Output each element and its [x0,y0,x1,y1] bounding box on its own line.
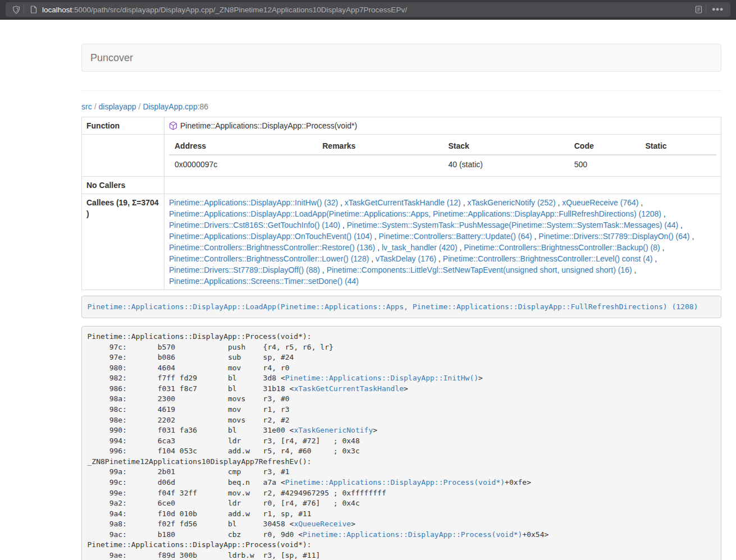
stats-value-remarks [317,155,442,173]
stats-value-address: 0x0000097c [169,155,317,173]
shield-icon[interactable] [10,3,22,16]
callee-link[interactable]: Pinetime::Controllers::BrightnessControl… [169,243,375,252]
callee-link[interactable]: Pinetime::Applications::DisplayApp::Load… [169,209,661,218]
callee-link[interactable]: Pinetime::Controllers::BrightnessControl… [169,254,369,263]
callee-link[interactable]: xTaskGetCurrentTaskHandle (12) [345,198,461,207]
url-text[interactable]: localhost:5000/path/src/displayapp/Displ… [42,6,692,14]
callee-link[interactable]: Pinetime::Applications::DisplayApp::OnTo… [169,232,372,241]
assembly-symbol-link[interactable]: xQueueReceive [294,520,351,528]
url-bar[interactable]: localhost:5000/path/src/displayapp/Displ… [6,2,730,17]
stats-value-static [640,155,717,173]
callee-separator: , [690,232,694,241]
selected-callee-box: Pinetime::Applications::DisplayApp::Load… [81,296,721,318]
empty-label-cell [82,135,164,177]
callee-link[interactable]: vTaskDelay (176) [376,254,436,263]
callees-label: Callees (19, Σ=3704 ) [82,194,164,290]
callee-separator: , [678,221,683,229]
urlbar-divider [24,4,24,15]
assembly-symbol-link[interactable]: Pinetime::Applications::DisplayApp::Init… [285,374,478,382]
callee-link[interactable]: Pinetime::Drivers::Cst816S::GetTouchInfo… [169,221,340,229]
callee-separator: , [638,198,643,207]
callee-separator: , [556,198,563,207]
url-path: :5000/path/src/displayapp/DisplayApp.cpp… [72,6,407,14]
callee-separator: , [461,198,468,207]
breadcrumb-link-src[interactable]: src [81,102,92,111]
stats-value-stack: 40 (static) [443,155,569,173]
assembly-symbol-link[interactable]: xTaskGenericNotify [294,426,373,434]
callee-separator: , [372,232,379,241]
stats-header-static: Static [640,137,717,155]
callee-link[interactable]: lv_task_handler (420) [382,243,458,252]
page-body: Puncover src/displayapp/DisplayApp.cpp:8… [0,20,736,560]
assembly-symbol-link[interactable]: Pinetime::Applications::DisplayApp::Proc… [285,478,505,486]
app-header: Puncover [81,44,721,72]
function-row: Function Pinetime::Applications::Display… [82,117,721,135]
no-callers-row: No Callers [82,177,721,194]
stats-header-remarks: Remarks [317,137,442,155]
breadcrumb-separator: / [92,102,99,111]
callee-link[interactable]: Pinetime::Controllers::Battery::Update()… [379,232,532,241]
callee-separator: , [458,243,464,252]
callee-separator: , [369,254,376,263]
callee-link[interactable]: Pinetime::Controllers::BrightnessControl… [443,254,652,263]
callee-separator: , [338,198,345,207]
callee-link[interactable]: xQueueReceive (764) [562,198,638,207]
selected-callee-link[interactable]: Pinetime::Applications::DisplayApp::Load… [88,302,698,311]
browser-toolbar: localhost:5000/path/src/displayapp/Displ… [0,0,736,20]
no-callers-cell [164,177,721,194]
stats-value-code: 500 [569,155,640,173]
callee-link[interactable]: Pinetime::Applications::DisplayApp::Init… [169,198,338,207]
assembly-symbol-link[interactable]: xTaskGetCurrentTaskHandle [294,384,404,393]
page-proxy-icon[interactable] [28,3,40,16]
app-title[interactable]: Puncover [82,52,141,64]
breadcrumb: src/displayapp/DisplayApp.cpp:86 [81,101,721,112]
callee-separator: , [320,265,327,274]
callee-separator: , [632,265,637,274]
breadcrumb-line-number: :86 [198,102,208,111]
assembly-symbol-link[interactable]: Pinetime::Applications::DisplayApp::Proc… [303,530,522,539]
function-stats-row: Address Remarks Stack Code Static 0x0000… [82,135,721,177]
stats-header-code: Code [569,137,640,155]
callees-row: Callees (19, Σ=3704 ) Pinetime::Applicat… [82,194,721,290]
url-host: localhost [42,6,72,14]
page-actions-icon[interactable]: ••• [710,4,726,15]
callees-list: Pinetime::Applications::DisplayApp::Init… [164,194,721,290]
callee-link[interactable]: Pinetime::Controllers::BrightnessControl… [464,243,660,252]
stats-header-stack: Stack [443,137,569,155]
callee-link[interactable]: Pinetime::Drivers::St7789::DisplayOff() … [169,265,320,274]
breadcrumb-link-file[interactable]: DisplayApp.cpp [143,102,197,111]
breadcrumb-separator: / [136,102,143,111]
stats-data-row: 0x0000097c 40 (static) 500 [169,155,716,173]
function-label: Function [82,117,164,135]
stats-table: Address Remarks Stack Code Static 0x0000… [169,137,716,173]
cube-icon [169,121,177,130]
function-name: Pinetime::Applications::DisplayApp::Proc… [180,120,357,131]
callee-separator: , [532,232,539,241]
page-actions-divider [706,4,706,15]
callee-separator: , [375,243,382,252]
divider [81,90,721,91]
callee-separator: , [661,209,666,218]
callee-separator: , [652,254,657,263]
callee-separator: , [660,243,665,252]
callee-link[interactable]: Pinetime::Drivers::St7789::DisplayOn() (… [538,232,689,241]
no-callers-label: No Callers [82,177,164,194]
callee-link[interactable]: Pinetime::System::SystemTask::PushMessag… [347,221,679,229]
function-table: Function Pinetime::Applications::Display… [81,117,721,290]
reader-mode-icon[interactable] [692,3,705,16]
breadcrumb-link-displayapp[interactable]: displayapp [99,102,136,111]
assembly-code: Pinetime::Applications::DisplayApp::Proc… [81,326,721,560]
stats-header-address: Address [169,137,317,155]
callee-link[interactable]: xTaskGenericNotify (252) [467,198,555,207]
callee-link[interactable]: Pinetime::Applications::Screens::Timer::… [169,277,359,286]
callee-separator: , [340,221,347,229]
callee-link[interactable]: Pinetime::Components::LittleVgl::SetNewT… [327,265,632,274]
callee-separator: , [436,254,443,263]
